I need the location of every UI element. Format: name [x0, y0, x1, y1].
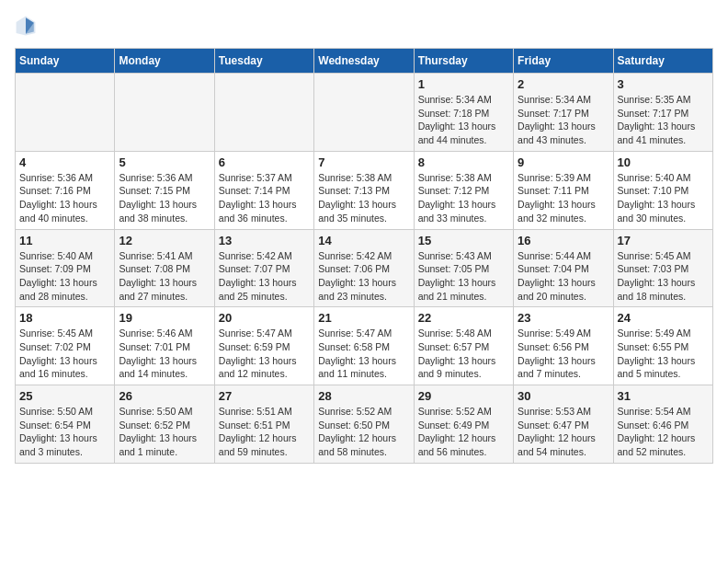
cell-day-number: 2 — [518, 77, 609, 91]
calendar-cell: 11Sunrise: 5:40 AM Sunset: 7:09 PM Dayli… — [16, 229, 115, 307]
calendar-week-2: 4Sunrise: 5:36 AM Sunset: 7:16 PM Daylig… — [16, 151, 713, 229]
calendar-cell: 10Sunrise: 5:40 AM Sunset: 7:10 PM Dayli… — [613, 151, 712, 229]
cell-info-text: Sunrise: 5:34 AM Sunset: 7:18 PM Dayligh… — [418, 93, 509, 147]
cell-info-text: Sunrise: 5:52 AM Sunset: 6:49 PM Dayligh… — [418, 405, 509, 459]
cell-info-text: Sunrise: 5:46 AM Sunset: 7:01 PM Dayligh… — [119, 327, 210, 381]
cell-info-text: Sunrise: 5:34 AM Sunset: 7:17 PM Dayligh… — [518, 93, 609, 147]
cell-info-text: Sunrise: 5:45 AM Sunset: 7:03 PM Dayligh… — [618, 249, 709, 304]
cell-day-number: 14 — [318, 234, 409, 247]
calendar-cell: 26Sunrise: 5:50 AM Sunset: 6:52 PM Dayli… — [115, 385, 214, 464]
calendar-cell: 7Sunrise: 5:38 AM Sunset: 7:13 PM Daylig… — [314, 151, 414, 229]
cell-info-text: Sunrise: 5:47 AM Sunset: 6:59 PM Dayligh… — [219, 327, 310, 381]
cell-info-text: Sunrise: 5:52 AM Sunset: 6:50 PM Dayligh… — [318, 405, 409, 459]
cell-day-number: 3 — [618, 77, 709, 91]
cell-day-number: 4 — [19, 155, 110, 169]
cell-info-text: Sunrise: 5:48 AM Sunset: 6:57 PM Dayligh… — [418, 327, 509, 381]
calendar-cell: 13Sunrise: 5:42 AM Sunset: 7:07 PM Dayli… — [214, 229, 313, 307]
cell-day-number: 21 — [318, 311, 409, 325]
cell-info-text: Sunrise: 5:36 AM Sunset: 7:15 PM Dayligh… — [119, 171, 210, 225]
weekday-header-wednesday: Wednesday — [314, 49, 414, 74]
cell-day-number: 7 — [318, 155, 409, 169]
calendar-week-4: 18Sunrise: 5:45 AM Sunset: 7:02 PM Dayli… — [16, 307, 713, 385]
cell-info-text: Sunrise: 5:42 AM Sunset: 7:06 PM Dayligh… — [318, 249, 409, 304]
page-header — [15, 15, 713, 37]
calendar-cell: 25Sunrise: 5:50 AM Sunset: 6:54 PM Dayli… — [16, 385, 115, 464]
weekday-header-saturday: Saturday — [613, 49, 712, 74]
calendar-cell: 24Sunrise: 5:49 AM Sunset: 6:55 PM Dayli… — [613, 307, 712, 385]
calendar-cell: 16Sunrise: 5:44 AM Sunset: 7:04 PM Dayli… — [514, 229, 613, 307]
cell-info-text: Sunrise: 5:35 AM Sunset: 7:17 PM Dayligh… — [618, 93, 709, 147]
cell-day-number: 23 — [518, 311, 609, 325]
cell-info-text: Sunrise: 5:40 AM Sunset: 7:09 PM Dayligh… — [19, 249, 110, 304]
weekday-header-monday: Monday — [115, 49, 214, 74]
calendar-cell: 22Sunrise: 5:48 AM Sunset: 6:57 PM Dayli… — [414, 307, 513, 385]
cell-info-text: Sunrise: 5:44 AM Sunset: 7:04 PM Dayligh… — [518, 249, 609, 304]
cell-day-number: 22 — [418, 311, 509, 325]
calendar-cell — [314, 74, 414, 152]
calendar-cell: 23Sunrise: 5:49 AM Sunset: 6:56 PM Dayli… — [514, 307, 613, 385]
calendar-cell: 3Sunrise: 5:35 AM Sunset: 7:17 PM Daylig… — [613, 74, 712, 152]
calendar-header: SundayMondayTuesdayWednesdayThursdayFrid… — [16, 49, 713, 74]
cell-day-number: 15 — [418, 234, 509, 247]
cell-info-text: Sunrise: 5:53 AM Sunset: 6:47 PM Dayligh… — [518, 405, 609, 459]
logo-icon — [15, 15, 37, 37]
calendar-cell: 27Sunrise: 5:51 AM Sunset: 6:51 PM Dayli… — [214, 385, 313, 464]
calendar-week-3: 11Sunrise: 5:40 AM Sunset: 7:09 PM Dayli… — [16, 229, 713, 307]
cell-day-number: 25 — [19, 389, 110, 403]
cell-day-number: 6 — [219, 155, 310, 169]
calendar-cell: 19Sunrise: 5:46 AM Sunset: 7:01 PM Dayli… — [115, 307, 214, 385]
calendar-cell: 5Sunrise: 5:36 AM Sunset: 7:15 PM Daylig… — [115, 151, 214, 229]
cell-info-text: Sunrise: 5:47 AM Sunset: 6:58 PM Dayligh… — [318, 327, 409, 381]
calendar-table: SundayMondayTuesdayWednesdayThursdayFrid… — [15, 48, 713, 464]
calendar-cell: 2Sunrise: 5:34 AM Sunset: 7:17 PM Daylig… — [514, 74, 613, 152]
calendar-cell — [16, 74, 115, 152]
calendar-cell: 30Sunrise: 5:53 AM Sunset: 6:47 PM Dayli… — [514, 385, 613, 464]
cell-day-number: 30 — [518, 389, 609, 403]
cell-day-number: 18 — [19, 311, 110, 325]
cell-day-number: 27 — [219, 389, 310, 403]
calendar-cell: 12Sunrise: 5:41 AM Sunset: 7:08 PM Dayli… — [115, 229, 214, 307]
cell-day-number: 26 — [119, 389, 210, 403]
calendar-cell: 8Sunrise: 5:38 AM Sunset: 7:12 PM Daylig… — [414, 151, 513, 229]
calendar-cell — [214, 74, 313, 152]
cell-info-text: Sunrise: 5:50 AM Sunset: 6:54 PM Dayligh… — [19, 405, 110, 459]
calendar-cell: 29Sunrise: 5:52 AM Sunset: 6:49 PM Dayli… — [414, 385, 513, 464]
cell-day-number: 8 — [418, 155, 509, 169]
cell-info-text: Sunrise: 5:39 AM Sunset: 7:11 PM Dayligh… — [518, 171, 609, 225]
calendar-cell — [115, 74, 214, 152]
cell-info-text: Sunrise: 5:38 AM Sunset: 7:12 PM Dayligh… — [418, 171, 509, 225]
calendar-cell: 31Sunrise: 5:54 AM Sunset: 6:46 PM Dayli… — [613, 385, 712, 464]
calendar-cell: 1Sunrise: 5:34 AM Sunset: 7:18 PM Daylig… — [414, 74, 513, 152]
calendar-cell: 14Sunrise: 5:42 AM Sunset: 7:06 PM Dayli… — [314, 229, 414, 307]
calendar-cell: 4Sunrise: 5:36 AM Sunset: 7:16 PM Daylig… — [16, 151, 115, 229]
calendar-week-1: 1Sunrise: 5:34 AM Sunset: 7:18 PM Daylig… — [16, 74, 713, 152]
calendar-cell: 28Sunrise: 5:52 AM Sunset: 6:50 PM Dayli… — [314, 385, 414, 464]
calendar-cell: 9Sunrise: 5:39 AM Sunset: 7:11 PM Daylig… — [514, 151, 613, 229]
cell-info-text: Sunrise: 5:50 AM Sunset: 6:52 PM Dayligh… — [119, 405, 210, 459]
cell-info-text: Sunrise: 5:38 AM Sunset: 7:13 PM Dayligh… — [318, 171, 409, 225]
cell-info-text: Sunrise: 5:41 AM Sunset: 7:08 PM Dayligh… — [119, 249, 210, 304]
cell-day-number: 17 — [618, 234, 709, 247]
weekday-header-tuesday: Tuesday — [214, 49, 313, 74]
cell-day-number: 11 — [19, 234, 110, 247]
cell-day-number: 5 — [119, 155, 210, 169]
cell-info-text: Sunrise: 5:51 AM Sunset: 6:51 PM Dayligh… — [219, 405, 310, 459]
cell-day-number: 19 — [119, 311, 210, 325]
cell-day-number: 20 — [219, 311, 310, 325]
logo — [15, 15, 40, 37]
cell-info-text: Sunrise: 5:40 AM Sunset: 7:10 PM Dayligh… — [618, 171, 709, 225]
weekday-row: SundayMondayTuesdayWednesdayThursdayFrid… — [16, 49, 713, 74]
calendar-cell: 18Sunrise: 5:45 AM Sunset: 7:02 PM Dayli… — [16, 307, 115, 385]
cell-info-text: Sunrise: 5:49 AM Sunset: 6:56 PM Dayligh… — [518, 327, 609, 381]
weekday-header-friday: Friday — [514, 49, 613, 74]
cell-day-number: 31 — [618, 389, 709, 403]
cell-info-text: Sunrise: 5:42 AM Sunset: 7:07 PM Dayligh… — [219, 249, 310, 304]
cell-info-text: Sunrise: 5:36 AM Sunset: 7:16 PM Dayligh… — [19, 171, 110, 225]
calendar-cell: 17Sunrise: 5:45 AM Sunset: 7:03 PM Dayli… — [613, 229, 712, 307]
cell-day-number: 28 — [318, 389, 409, 403]
weekday-header-thursday: Thursday — [414, 49, 513, 74]
cell-info-text: Sunrise: 5:54 AM Sunset: 6:46 PM Dayligh… — [618, 405, 709, 459]
cell-info-text: Sunrise: 5:49 AM Sunset: 6:55 PM Dayligh… — [618, 327, 709, 381]
cell-day-number: 24 — [618, 311, 709, 325]
cell-info-text: Sunrise: 5:37 AM Sunset: 7:14 PM Dayligh… — [219, 171, 310, 225]
